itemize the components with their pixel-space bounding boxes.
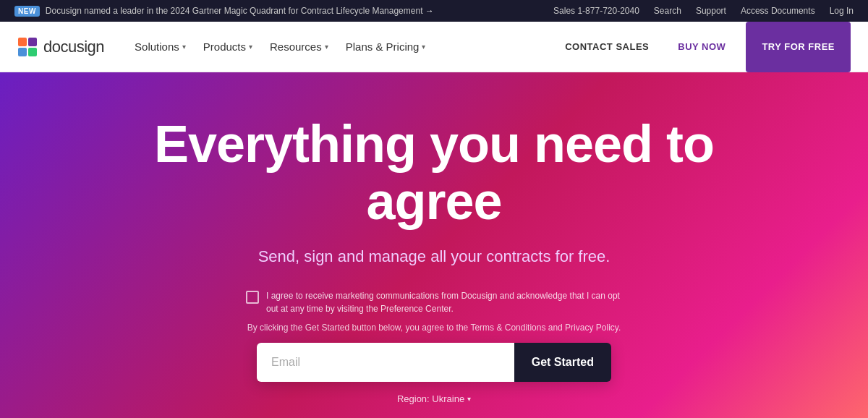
buy-now-button[interactable]: BUY NOW: [669, 35, 734, 58]
nav-links: Solutions ▾ Products ▾ Resources ▾ Plans…: [127, 35, 433, 59]
hero-section: Everything you need to agree Send, sign …: [0, 72, 868, 418]
logo[interactable]: docusign: [17, 37, 104, 57]
navbar-left: docusign Solutions ▾ Products ▾ Resource…: [17, 35, 433, 59]
svg-rect-2: [28, 38, 37, 46]
solutions-chevron-icon: ▾: [182, 43, 186, 51]
announcement-left: NEW Docusign named a leader in the 2024 …: [14, 6, 434, 17]
svg-rect-4: [28, 48, 37, 56]
consent-checkbox[interactable]: [246, 291, 259, 304]
terms-text: By clicking the Get Started button below…: [247, 323, 621, 333]
logo-text: docusign: [43, 38, 104, 56]
announcement-link[interactable]: →: [425, 6, 434, 16]
announcement-right: Sales 1-877-720-2040 Search Support Acce…: [553, 6, 854, 16]
hero-subtitle: Send, sign and manage all your contracts…: [258, 247, 610, 266]
svg-rect-3: [18, 48, 27, 56]
search-link[interactable]: Search: [654, 6, 681, 16]
svg-rect-1: [18, 38, 27, 46]
support-link[interactable]: Support: [696, 6, 726, 16]
navbar: docusign Solutions ▾ Products ▾ Resource…: [0, 22, 868, 72]
announcement-text: Docusign named a leader in the 2024 Gart…: [46, 6, 434, 16]
region-chevron-icon: ▾: [467, 395, 471, 403]
contact-sales-button[interactable]: CONTACT SALES: [556, 35, 658, 58]
logo-icon: [17, 37, 38, 57]
consent-text: I agree to receive marketing communicati…: [266, 289, 622, 315]
login-link[interactable]: Log In: [830, 6, 854, 16]
region-label: Region: Ukraine: [397, 393, 464, 404]
email-form: Get Started: [257, 343, 611, 382]
resources-chevron-icon: ▾: [325, 43, 328, 51]
region-selector[interactable]: Region: Ukraine ▾: [397, 393, 471, 404]
nav-pricing[interactable]: Plans & Pricing ▾: [339, 35, 433, 59]
email-input[interactable]: [257, 343, 514, 382]
navbar-right: CONTACT SALES BUY NOW TRY FOR FREE: [556, 22, 851, 72]
access-docs-link[interactable]: Access Documents: [741, 6, 815, 16]
hero-title: Everything you need to agree: [109, 116, 760, 230]
nav-solutions[interactable]: Solutions ▾: [127, 35, 193, 59]
try-free-button[interactable]: TRY FOR FREE: [746, 22, 851, 72]
products-chevron-icon: ▾: [249, 43, 252, 51]
new-badge: NEW: [14, 6, 40, 17]
nav-products[interactable]: Products ▾: [196, 35, 260, 59]
pricing-chevron-icon: ▾: [422, 43, 425, 51]
announcement-bar: NEW Docusign named a leader in the 2024 …: [0, 0, 868, 22]
get-started-button[interactable]: Get Started: [514, 343, 611, 382]
consent-row: I agree to receive marketing communicati…: [246, 289, 622, 315]
sales-phone[interactable]: Sales 1-877-720-2040: [553, 6, 639, 16]
nav-resources[interactable]: Resources ▾: [263, 35, 336, 59]
